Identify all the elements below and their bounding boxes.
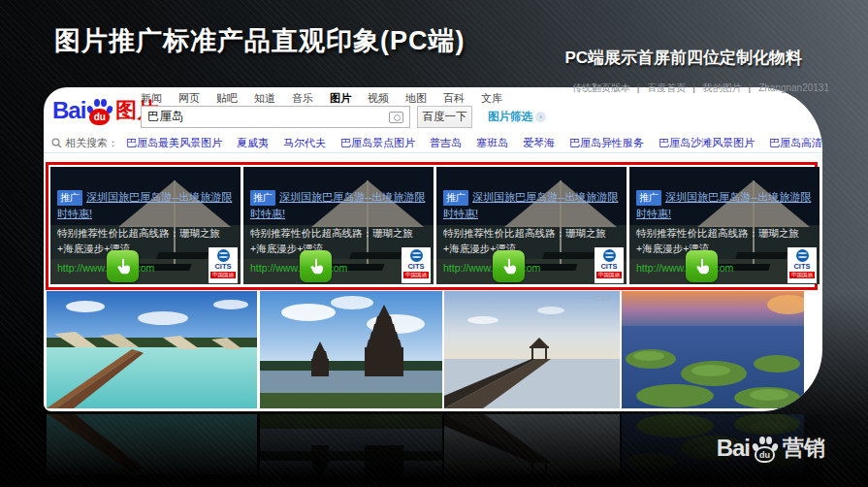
thumbnail-overwater-bungalows[interactable] <box>47 414 257 485</box>
ad-description: 特别推荐性价比超高线路：珊瑚之旅+海底漫步+漂流 <box>636 226 813 257</box>
nav-images-active[interactable]: 图片 <box>330 91 351 106</box>
promo-ad-card-2[interactable]: 推广深圳国旅巴厘岛游--出境旅游限时特惠! 特别推荐性价比超高线路：珊瑚之旅+海… <box>243 167 434 284</box>
nav-baike[interactable]: 百科 <box>443 91 465 106</box>
hand-cursor-icon <box>493 250 525 282</box>
ad-url: http://www.citszz.com <box>636 262 813 274</box>
related-link[interactable]: 巴厘岛沙滩风景图片 <box>659 136 755 150</box>
globe-icon <box>217 249 230 262</box>
nav-map[interactable]: 地图 <box>405 91 427 106</box>
chevron-right-icon: › <box>535 112 546 122</box>
logo-bai-text: Bai <box>52 97 85 124</box>
related-link[interactable]: 马尔代夫 <box>283 136 326 150</box>
nav-music[interactable]: 音乐 <box>292 91 313 106</box>
slide-title: 图片推广标准产品直观印象(PC端) <box>54 23 466 58</box>
promo-ad-card-4[interactable]: 推广深圳国旅巴厘岛游--出境旅游限时特惠! 特别推荐性价比超高线路：珊瑚之旅+海… <box>629 167 820 284</box>
ad-title-link[interactable]: 深圳国旅巴厘岛游--出境旅游限时特惠! <box>250 191 425 219</box>
ad-description: 特别推荐性价比超高线路：珊瑚之旅+海底漫步+漂流 <box>250 226 427 257</box>
thumbnail-bali-temple[interactable] <box>260 291 442 408</box>
baidu-image-search-page: Bai du 图片 新闻 网页 贴吧 知道 音乐 图片 视频 地图 百科 文库 … <box>44 87 822 411</box>
image-results-row: ——巴厘岛 <box>44 291 822 408</box>
cits-logo: CITS 中国国旅 <box>402 247 431 283</box>
image-filter-label: 图片筛选 <box>488 110 532 124</box>
ad-url: http://www.citszz.com <box>250 262 427 274</box>
nav-tieba[interactable]: 贴吧 <box>216 91 238 106</box>
nav-zhidao[interactable]: 知道 <box>254 91 275 106</box>
thumbnail-stone-pier[interactable]: ——巴厘岛 <box>444 291 620 408</box>
globe-icon <box>603 249 616 262</box>
search-query-text: 巴厘岛 <box>142 109 389 125</box>
search-button[interactable]: 百度一下 <box>417 106 472 128</box>
cits-logo: CITS 中国国旅 <box>209 247 238 283</box>
related-link[interactable]: 巴厘岛异性服务 <box>569 136 644 150</box>
baidu-top-nav: 新闻 网页 贴吧 知道 音乐 图片 视频 地图 百科 文库 <box>141 91 502 106</box>
related-searches-row: 相关搜索： 巴厘岛最美风景图片 夏威夷 马尔代夫 巴厘岛景点图片 普吉岛 塞班岛… <box>51 136 822 150</box>
search-input[interactable]: 巴厘岛 <box>141 106 410 128</box>
userbar-link-classic[interactable]: 传统翻页版本 <box>572 82 630 93</box>
userbar-link-myimages[interactable]: 我的图片 <box>692 82 742 93</box>
hand-cursor-icon <box>107 250 139 282</box>
nav-wenku[interactable]: 文库 <box>481 91 502 106</box>
ad-description: 特别推荐性价比超高线路：珊瑚之旅+海底漫步+漂流 <box>57 226 234 257</box>
image-filter-toggle[interactable]: 图片筛选 › <box>488 110 546 124</box>
globe-icon <box>796 249 809 262</box>
related-link[interactable]: 巴厘岛最美风景图片 <box>126 136 222 150</box>
floor-reflection: ——巴厘岛 <box>44 414 822 485</box>
nav-web[interactable]: 网页 <box>178 91 200 106</box>
thumbnail-stone-pier[interactable]: ——巴厘岛 <box>444 414 620 485</box>
ad-title-link[interactable]: 深圳国旅巴厘岛游--出境旅游限时特惠! <box>636 191 811 219</box>
divider <box>44 152 822 153</box>
userbar-link-home[interactable]: 百度首页 <box>637 82 687 93</box>
related-link[interactable]: 巴厘岛景点图片 <box>340 136 415 150</box>
related-link[interactable]: 普吉岛 <box>430 136 462 150</box>
search-icon <box>51 138 62 148</box>
globe-icon <box>410 249 423 262</box>
promo-ad-card-3[interactable]: 推广深圳国旅巴厘岛游--出境旅游限时特惠! 特别推荐性价比超高线路：珊瑚之旅+海… <box>436 167 627 284</box>
ad-badge: 推广 <box>250 190 275 206</box>
thumbnail-overwater-bungalows[interactable] <box>47 291 257 408</box>
ad-badge: 推广 <box>636 190 661 206</box>
related-link[interactable]: 夏威夷 <box>237 136 269 150</box>
cits-logo: CITS 中国国旅 <box>595 247 624 283</box>
image-results-row: ——巴厘岛 <box>44 414 822 485</box>
ad-url: http://www.citszz.com <box>57 262 234 274</box>
ad-url: http://www.citszz.com <box>443 262 620 274</box>
ad-badge: 推广 <box>57 190 82 206</box>
nav-video[interactable]: 视频 <box>368 91 389 106</box>
ad-description: 特别推荐性价比超高线路：珊瑚之旅+海底漫步+漂流 <box>443 226 620 257</box>
footer-logo-yingxiao-text: 营销 <box>783 434 825 463</box>
related-link[interactable]: 巴厘岛高清风 <box>769 136 822 150</box>
photo-watermark: ——巴厘岛 <box>583 294 612 303</box>
thumbnail-bali-temple[interactable] <box>260 414 442 485</box>
baidu-user-bar: 传统翻页版本 百度首页 我的图片 Zhangnan20131 <box>568 81 829 95</box>
baidu-paw-icon: du <box>86 97 113 125</box>
related-label: 相关搜索： <box>65 136 118 150</box>
ad-title-link[interactable]: 深圳国旅巴厘岛游--出境旅游限时特惠! <box>57 191 232 219</box>
slide-subtitle: PC端展示首屏前四位定制化物料 <box>564 47 802 69</box>
related-link[interactable]: 爱琴海 <box>523 136 555 150</box>
baidu-paw-icon: du <box>752 435 778 463</box>
ad-title-link[interactable]: 深圳国旅巴厘岛游--出境旅游限时特惠! <box>443 191 618 219</box>
hand-cursor-icon <box>300 250 332 282</box>
footer-logo-bai-text: Bai <box>717 435 750 462</box>
nav-news[interactable]: 新闻 <box>141 91 162 106</box>
related-link[interactable]: 塞班岛 <box>476 136 508 150</box>
ad-badge: 推广 <box>443 190 468 206</box>
promo-ad-card-1[interactable]: 推广深圳国旅巴厘岛游--出境旅游限时特惠! 特别推荐性价比超高线路：珊瑚之旅+海… <box>50 167 241 284</box>
baidu-marketing-logo: Bai du 营销 <box>717 434 825 463</box>
camera-icon[interactable] <box>389 112 403 123</box>
hand-cursor-icon <box>686 250 718 282</box>
cits-logo: CITS 中国国旅 <box>788 247 817 283</box>
userbar-username[interactable]: Zhangnan20131 <box>749 82 829 93</box>
thumbnail-moss-coast[interactable] <box>622 291 804 408</box>
